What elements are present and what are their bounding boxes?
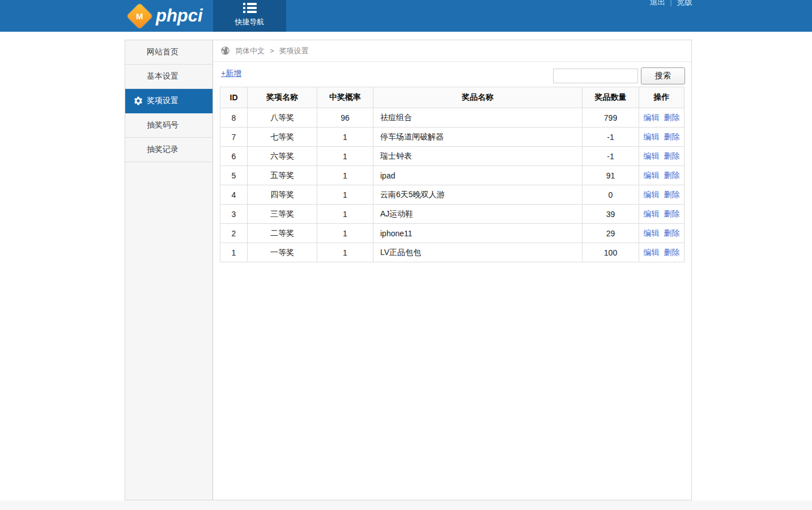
cell-name: 七等奖 xyxy=(248,128,317,147)
cell-prize: AJ运动鞋 xyxy=(373,205,583,224)
sidebar-item[interactable]: 抽奖码号 xyxy=(125,113,212,138)
wide-version-link[interactable]: 宽版 xyxy=(677,0,692,7)
cell-name: 四等奖 xyxy=(248,185,317,205)
cell-probability: 96 xyxy=(317,108,373,128)
topbar: M phpci 快捷导航 退出 | 宽版 xyxy=(0,0,812,32)
cell-quantity: 100 xyxy=(583,243,639,262)
edit-link[interactable]: 编辑 xyxy=(644,132,660,141)
cell-quantity: -1 xyxy=(583,128,639,147)
cell-probability: 1 xyxy=(317,243,373,262)
header-quantity: 奖品数量 xyxy=(583,87,639,108)
table-row: 3三等奖1AJ运动鞋39编辑 删除 xyxy=(220,205,685,224)
toolbar: +新增 搜索 xyxy=(213,62,691,87)
search-button[interactable]: 搜索 xyxy=(641,67,685,84)
edit-link[interactable]: 编辑 xyxy=(644,209,660,218)
header-actions: 操作 xyxy=(639,87,685,108)
cell-id: 6 xyxy=(220,147,248,166)
search-input[interactable] xyxy=(553,69,638,83)
cell-quantity: -1 xyxy=(583,147,639,166)
sidebar-item[interactable]: 基本设置 xyxy=(125,65,212,89)
gear-icon xyxy=(133,96,143,106)
cell-id: 3 xyxy=(220,205,248,224)
content-container: 网站首页基本设置 奖项设置抽奖码号抽奖记录 简体中文 > 奖项设置 +新增 搜索 xyxy=(125,40,692,500)
cell-quantity: 0 xyxy=(583,185,639,205)
nav-tab-quick-navigation[interactable]: 快捷导航 xyxy=(213,0,286,32)
table-row: 7七等奖1停车场道闸破解器-1编辑 删除 xyxy=(220,128,685,147)
edit-link[interactable]: 编辑 xyxy=(644,190,660,199)
breadcrumb: 简体中文 > 奖项设置 xyxy=(213,40,691,62)
prizes-table: ID 奖项名称 中奖概率 奖品名称 奖品数量 操作 8八等奖96祛痘组合799编… xyxy=(220,87,685,262)
sidebar-item-label: 抽奖码号 xyxy=(147,120,178,130)
cell-probability: 1 xyxy=(317,224,373,243)
delete-link[interactable]: 删除 xyxy=(664,209,679,218)
sidebar-item-label: 奖项设置 xyxy=(147,96,178,106)
sidebar-item-label: 网站首页 xyxy=(147,47,178,57)
cell-quantity: 91 xyxy=(583,166,639,185)
cell-quantity: 799 xyxy=(583,108,639,128)
cell-actions: 编辑 删除 xyxy=(639,166,685,185)
table-row: 6六等奖1瑞士钟表-1编辑 删除 xyxy=(220,147,685,166)
header-prize-name: 奖品名称 xyxy=(373,87,583,108)
globe-icon xyxy=(220,46,230,56)
cell-prize: ipad xyxy=(373,166,583,185)
cell-id: 7 xyxy=(220,128,248,147)
add-new-link[interactable]: +新增 xyxy=(221,69,241,79)
cell-probability: 1 xyxy=(317,166,373,185)
app-logo[interactable]: M phpci xyxy=(130,0,203,32)
cell-id: 8 xyxy=(220,108,248,128)
table-row: 5五等奖1ipad91编辑 删除 xyxy=(220,166,685,185)
cell-id: 5 xyxy=(220,166,248,185)
nav-tab-label: 快捷导航 xyxy=(235,17,265,27)
main-panel: 简体中文 > 奖项设置 +新增 搜索 ID 奖项名称 中奖概率 奖品名称 奖品数… xyxy=(213,40,691,500)
cell-prize: 云南6天5晚双人游 xyxy=(373,185,583,205)
logout-link[interactable]: 退出 xyxy=(649,0,665,7)
header-award-name: 奖项名称 xyxy=(248,87,317,108)
cell-prize: iphone11 xyxy=(373,224,583,243)
cell-actions: 编辑 删除 xyxy=(639,128,685,147)
edit-link[interactable]: 编辑 xyxy=(644,171,660,180)
sidebar-item[interactable]: 抽奖记录 xyxy=(125,138,212,162)
breadcrumb-current: 奖项设置 xyxy=(279,46,309,56)
cell-prize: 瑞士钟表 xyxy=(373,147,583,166)
cell-actions: 编辑 删除 xyxy=(639,108,685,128)
table-row: 1一等奖1LV正品包包100编辑 删除 xyxy=(220,243,685,262)
delete-link[interactable]: 删除 xyxy=(664,113,679,122)
cell-actions: 编辑 删除 xyxy=(639,243,685,262)
cell-prize: LV正品包包 xyxy=(373,243,583,262)
sidebar-item[interactable]: 网站首页 xyxy=(125,40,212,65)
cell-actions: 编辑 删除 xyxy=(639,147,685,166)
logo-diamond-icon: M xyxy=(126,3,153,29)
delete-link[interactable]: 删除 xyxy=(664,228,679,237)
delete-link[interactable]: 删除 xyxy=(664,171,679,180)
table-header-row: ID 奖项名称 中奖概率 奖品名称 奖品数量 操作 xyxy=(220,87,685,108)
cell-prize: 停车场道闸破解器 xyxy=(373,128,583,147)
links-separator: | xyxy=(670,0,672,6)
delete-link[interactable]: 删除 xyxy=(664,151,679,160)
sidebar-item[interactable]: 奖项设置 xyxy=(125,89,212,113)
breadcrumb-lang[interactable]: 简体中文 xyxy=(235,46,265,56)
edit-link[interactable]: 编辑 xyxy=(644,248,660,257)
cell-actions: 编辑 删除 xyxy=(639,185,685,205)
cell-probability: 1 xyxy=(317,147,373,166)
cell-quantity: 39 xyxy=(583,205,639,224)
cell-prize: 祛痘组合 xyxy=(373,108,583,128)
logo-text: phpci xyxy=(156,6,203,26)
cell-probability: 1 xyxy=(317,185,373,205)
cell-name: 八等奖 xyxy=(248,108,317,128)
delete-link[interactable]: 删除 xyxy=(664,190,679,199)
delete-link[interactable]: 删除 xyxy=(664,248,679,257)
delete-link[interactable]: 删除 xyxy=(664,132,679,141)
edit-link[interactable]: 编辑 xyxy=(644,228,660,237)
cell-id: 1 xyxy=(220,243,248,262)
cell-quantity: 29 xyxy=(583,224,639,243)
cell-actions: 编辑 删除 xyxy=(639,205,685,224)
cell-id: 2 xyxy=(220,224,248,243)
header-id: ID xyxy=(220,87,248,108)
edit-link[interactable]: 编辑 xyxy=(644,151,660,160)
table-row: 2二等奖1iphone1129编辑 删除 xyxy=(220,224,685,243)
table-row: 8八等奖96祛痘组合799编辑 删除 xyxy=(220,108,685,128)
table-row: 4四等奖1云南6天5晚双人游0编辑 删除 xyxy=(220,185,685,205)
breadcrumb-separator: > xyxy=(270,46,274,55)
cell-name: 三等奖 xyxy=(248,205,317,224)
edit-link[interactable]: 编辑 xyxy=(644,113,660,122)
